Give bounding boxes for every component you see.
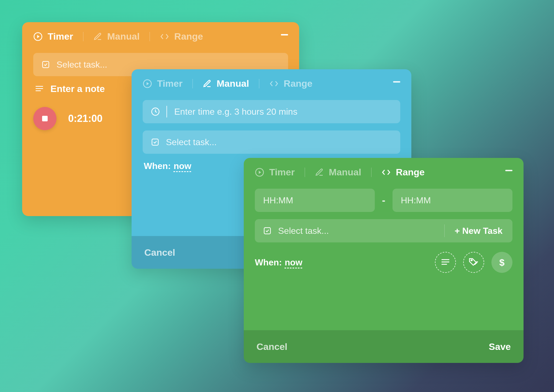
tab-range-label: Range — [396, 167, 425, 178]
select-task-field[interactable]: Select task... — [143, 130, 400, 154]
tab-timer[interactable]: Timer — [143, 78, 183, 89]
tab-manual[interactable]: Manual — [203, 78, 249, 89]
tab-timer-label: Timer — [157, 78, 183, 89]
when-value[interactable]: now — [174, 161, 191, 171]
tab-separator — [259, 79, 259, 88]
note-placeholder: Enter a note — [50, 83, 105, 94]
tab-timer-label: Timer — [269, 167, 295, 178]
bottom-row: When: now $ — [255, 252, 512, 273]
when-value[interactable]: now — [285, 257, 302, 268]
tab-separator — [83, 32, 83, 41]
range-dash: - — [382, 194, 385, 206]
svg-point-13 — [471, 260, 472, 261]
tab-range[interactable]: Range — [269, 78, 312, 89]
tab-range-label: Range — [284, 78, 312, 89]
svg-rect-1 — [43, 62, 49, 68]
mode-tabs: Timer Manual Range — [33, 31, 288, 42]
minimize-button[interactable] — [280, 30, 289, 39]
task-icon — [42, 60, 50, 69]
range-end-input[interactable]: HH:MM — [393, 189, 512, 212]
elapsed-time: 0:21:00 — [68, 113, 102, 124]
task-icon — [151, 138, 159, 146]
svg-rect-9 — [264, 228, 271, 234]
card-footer: Cancel Save — [244, 330, 524, 363]
note-icon — [35, 85, 44, 93]
range-icon — [269, 80, 279, 88]
save-button[interactable]: Save — [489, 341, 511, 352]
minimize-button[interactable] — [505, 166, 513, 175]
tab-separator — [305, 168, 305, 177]
tab-range[interactable]: Range — [160, 31, 203, 42]
range-start-input[interactable]: HH:MM — [255, 189, 375, 212]
note-icon — [441, 258, 450, 266]
tab-timer[interactable]: Timer — [255, 167, 295, 178]
svg-rect-7 — [152, 139, 158, 145]
when-label: When: — [144, 161, 171, 171]
when-row: When: now — [255, 257, 302, 268]
tab-separator — [371, 168, 371, 177]
task-icon — [263, 227, 271, 235]
tab-timer[interactable]: Timer — [33, 31, 73, 42]
time-range-row: HH:MM - HH:MM — [255, 189, 512, 212]
play-circle-icon — [143, 79, 152, 88]
tag-chip[interactable] — [463, 252, 484, 273]
when-label: When: — [255, 257, 282, 268]
select-task-field[interactable]: Select task... — [255, 226, 444, 236]
edit-icon — [93, 32, 102, 41]
tab-range-label: Range — [174, 31, 203, 42]
select-task-placeholder: Select task... — [278, 226, 329, 236]
tag-icon — [469, 257, 479, 267]
minimize-button[interactable] — [393, 78, 401, 86]
stop-button[interactable] — [33, 107, 57, 130]
tab-manual-label: Manual — [329, 167, 361, 178]
cancel-button[interactable]: Cancel — [257, 341, 288, 352]
range-start-placeholder: HH:MM — [263, 195, 293, 206]
tab-separator — [193, 79, 193, 88]
mode-tabs: Timer Manual Range — [255, 167, 512, 178]
edit-icon — [315, 168, 324, 177]
range-card: Timer Manual Range HH:MM - HH:MM — [244, 158, 524, 363]
billable-chip[interactable]: $ — [491, 252, 512, 273]
tab-timer-label: Timer — [48, 31, 73, 42]
action-chips: $ — [435, 252, 512, 273]
dollar-icon: $ — [499, 257, 505, 268]
tab-manual-label: Manual — [217, 78, 249, 89]
mode-tabs: Timer Manual Range — [143, 78, 400, 89]
edit-icon — [203, 79, 212, 88]
time-input[interactable]: Enter time e.g. 3 hours 20 mins — [143, 100, 400, 123]
tab-manual-label: Manual — [107, 31, 140, 42]
range-end-placeholder: HH:MM — [401, 195, 431, 206]
time-input-placeholder: Enter time e.g. 3 hours 20 mins — [174, 107, 297, 117]
note-chip[interactable] — [435, 252, 456, 273]
play-circle-icon — [33, 32, 43, 41]
new-task-button[interactable]: + New Task — [445, 226, 512, 236]
input-cursor — [166, 106, 167, 117]
select-task-placeholder: Select task... — [166, 137, 217, 147]
tab-manual[interactable]: Manual — [93, 31, 140, 42]
play-circle-icon — [255, 168, 264, 177]
tab-manual[interactable]: Manual — [315, 167, 361, 178]
task-row: Select task... + New Task — [255, 219, 512, 242]
select-task-placeholder: Select task... — [57, 60, 107, 70]
range-icon — [160, 32, 169, 41]
tab-separator — [150, 32, 150, 41]
range-icon — [381, 168, 391, 176]
tab-range[interactable]: Range — [381, 167, 425, 178]
cancel-button[interactable]: Cancel — [144, 247, 175, 258]
clock-icon — [151, 107, 160, 116]
